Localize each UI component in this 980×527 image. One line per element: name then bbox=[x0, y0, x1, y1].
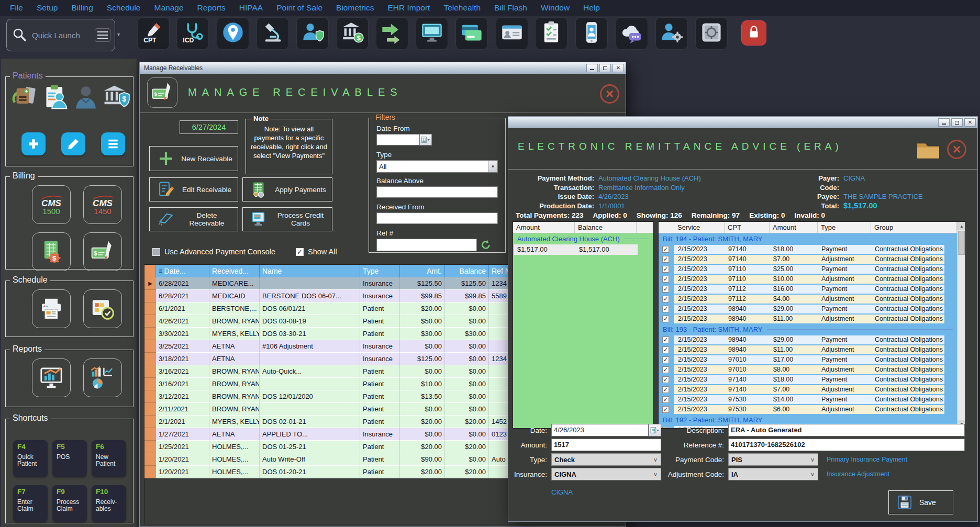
row-marker[interactable] bbox=[144, 428, 156, 441]
checkbox-checked-icon[interactable]: ✓ bbox=[662, 396, 669, 403]
menu-item-bill-flash[interactable]: Bill Flash bbox=[487, 3, 534, 13]
row-marker[interactable] bbox=[144, 353, 156, 365]
balance-above-input[interactable] bbox=[376, 186, 498, 198]
service-row[interactable]: ✓2/15/202398940$29.00PaymentContractual … bbox=[659, 304, 957, 314]
scheduler-button[interactable] bbox=[83, 289, 122, 328]
scroll-thumb[interactable] bbox=[958, 231, 965, 255]
service-row[interactable]: ✓2/15/202397010$8.00AdjustmentContractua… bbox=[659, 365, 957, 375]
toolbar-icd-button[interactable]: ICD bbox=[176, 17, 209, 50]
era-insurance-select[interactable]: CIGNA∨ bbox=[551, 468, 661, 480]
apply-payments-button[interactable]: Apply Payments bbox=[242, 177, 332, 201]
row-marker[interactable] bbox=[144, 441, 156, 453]
scrollbar[interactable]: ▲ ▼ bbox=[957, 222, 965, 428]
new-receivable-button[interactable]: New Receivable bbox=[149, 146, 238, 171]
shortcut-f7-button[interactable]: F7Enter Claim bbox=[13, 485, 48, 522]
quick-launch-button[interactable]: Quick Launch bbox=[6, 19, 115, 51]
row-marker[interactable] bbox=[144, 290, 156, 302]
row-marker[interactable] bbox=[144, 453, 156, 466]
toolbar-lock-button[interactable] bbox=[741, 20, 766, 46]
date-picker-icon[interactable] bbox=[649, 424, 661, 436]
receivables-titlebar[interactable]: Manage Receivables ✕ bbox=[140, 62, 626, 74]
service-row[interactable]: ✓2/15/202397112$4.00AdjustmentContractua… bbox=[659, 294, 957, 304]
patient-charts-icon[interactable] bbox=[11, 84, 38, 109]
row-marker[interactable] bbox=[144, 328, 156, 340]
service-row[interactable]: ✓2/15/202398940$11.00AdjustmentContractu… bbox=[659, 314, 957, 324]
checkbox-checked-icon[interactable]: ✓ bbox=[662, 276, 669, 283]
current-date[interactable]: 6/27/2024 bbox=[180, 120, 238, 134]
column-header-amt[interactable]: Amt. bbox=[400, 265, 445, 277]
checkbox-checked-icon[interactable]: ✓ bbox=[662, 386, 669, 393]
row-marker[interactable] bbox=[144, 302, 156, 315]
column-header-name[interactable]: Name bbox=[260, 265, 360, 277]
services-column-type[interactable]: Type bbox=[818, 222, 871, 233]
toolbar-vault-button[interactable] bbox=[695, 17, 728, 50]
service-row[interactable]: ✓2/15/202397112$16.00PaymentContractual … bbox=[659, 284, 957, 294]
checkbox-checked-icon[interactable]: ✓ bbox=[662, 286, 669, 293]
checkbox-checked-icon[interactable]: ✓ bbox=[296, 248, 304, 256]
column-header-date[interactable]: ≣Date... bbox=[156, 265, 209, 277]
menu-item-reports[interactable]: Reports bbox=[191, 3, 232, 13]
minimize-button[interactable] bbox=[586, 64, 598, 72]
era-close-icon[interactable]: ✕ bbox=[947, 140, 966, 159]
print-schedule-button[interactable] bbox=[32, 289, 71, 328]
row-marker[interactable] bbox=[144, 365, 156, 378]
service-row[interactable]: ✓2/15/202397110$10.00AdjustmentContractu… bbox=[659, 274, 957, 284]
toolbar-cpt-button[interactable]: CPT bbox=[137, 17, 170, 50]
toolbar-bank-button[interactable]: $ bbox=[336, 17, 369, 50]
era-type-select[interactable]: Check∨ bbox=[551, 453, 661, 466]
payment-code-select[interactable]: PIS∨ bbox=[728, 453, 818, 466]
insurance-link[interactable]: CIGNA bbox=[551, 488, 573, 496]
adjustment-code-select[interactable]: IA∨ bbox=[728, 468, 818, 480]
show-all-checkbox[interactable]: ✓ Show All bbox=[296, 248, 337, 256]
row-marker[interactable] bbox=[144, 378, 156, 390]
edit-receivable-button[interactable]: Edit Receivable bbox=[149, 177, 238, 201]
folder-icon[interactable] bbox=[916, 141, 940, 160]
receivables-close-icon[interactable]: ✕ bbox=[600, 84, 619, 104]
checkbox-checked-icon[interactable]: ✓ bbox=[662, 337, 669, 343]
row-marker[interactable] bbox=[144, 403, 156, 416]
era-description-input[interactable]: ERA - Auto Generated bbox=[728, 424, 965, 436]
column-header-type[interactable]: Type bbox=[360, 265, 400, 277]
checkbox-checked-icon[interactable]: ✓ bbox=[662, 256, 669, 263]
payments-column-balance[interactable]: Balance bbox=[575, 222, 637, 233]
save-button[interactable]: Save bbox=[888, 490, 953, 514]
toolbar-import-button[interactable] bbox=[376, 17, 408, 50]
patient-icon[interactable] bbox=[72, 84, 99, 109]
toolbar-id-card-button[interactable] bbox=[496, 17, 528, 50]
era-amount-input[interactable]: 1517 bbox=[551, 439, 661, 451]
toolbar-location-button[interactable] bbox=[217, 17, 249, 50]
service-row[interactable]: ✓2/15/202397530$14.00PaymentContractual … bbox=[659, 395, 957, 405]
service-row[interactable]: ✓2/15/202397140$7.00AdjustmentContractua… bbox=[659, 254, 957, 264]
menu-item-manage[interactable]: Manage bbox=[148, 3, 191, 13]
services-column-group[interactable]: Group bbox=[871, 222, 957, 233]
refresh-icon[interactable] bbox=[480, 239, 492, 251]
services-column-amount[interactable]: Amount bbox=[770, 222, 818, 233]
add-patient-button[interactable] bbox=[21, 132, 46, 155]
checkbox-checked-icon[interactable]: ✓ bbox=[662, 406, 669, 413]
maximize-button[interactable] bbox=[599, 64, 611, 72]
menu-item-help[interactable]: Help bbox=[576, 3, 607, 13]
checkbox-checked-icon[interactable]: ✓ bbox=[662, 306, 669, 312]
service-row[interactable]: ✓2/15/202397010$17.00PaymentContractual … bbox=[659, 355, 957, 365]
payment-row[interactable]: $1,517.00$1,517.00 bbox=[514, 244, 638, 255]
cms-1500-button[interactable]: CMS 1500 bbox=[32, 185, 71, 224]
shortcut-f10-button[interactable]: F10Receiv- ables bbox=[92, 485, 126, 522]
service-row[interactable]: ✓2/15/202398940$11.00AdjustmentContractu… bbox=[659, 345, 957, 355]
checkbox-checked-icon[interactable]: ✓ bbox=[662, 246, 669, 253]
era-date-input[interactable]: 4/26/2023 bbox=[551, 424, 649, 436]
menu-item-biometrics[interactable]: Biometrics bbox=[329, 3, 381, 13]
menu-item-setup[interactable]: Setup bbox=[30, 3, 65, 13]
services-column-cpt[interactable]: CPT bbox=[725, 222, 770, 233]
billing-statements-button[interactable]: $ bbox=[32, 232, 71, 271]
maximize-button[interactable] bbox=[951, 118, 963, 127]
payments-column-amount[interactable]: Amount bbox=[513, 222, 575, 233]
quick-launch-dropdown-arrow[interactable]: ▾ bbox=[117, 31, 120, 37]
menu-item-telehealth[interactable]: Telehealth bbox=[437, 3, 487, 13]
shortcut-f6-button[interactable]: F6New Patient bbox=[92, 440, 126, 477]
row-marker[interactable] bbox=[144, 466, 156, 478]
checkbox-checked-icon[interactable]: ✓ bbox=[662, 316, 669, 322]
shortcut-f9-button[interactable]: F9Process Claim bbox=[52, 485, 87, 522]
checkbox-checked-icon[interactable]: ✓ bbox=[662, 296, 669, 302]
ref-input[interactable] bbox=[376, 239, 477, 251]
edit-patient-button[interactable] bbox=[61, 132, 85, 155]
